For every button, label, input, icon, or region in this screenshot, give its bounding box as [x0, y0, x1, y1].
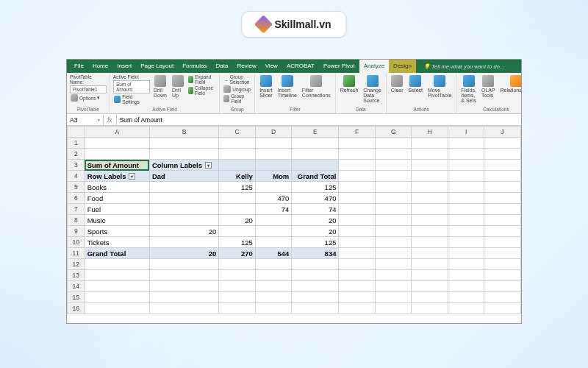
column-labels-dropdown-icon[interactable]: ▾ [205, 162, 212, 169]
row-header-13[interactable]: 13 [68, 270, 85, 281]
row-header-8[interactable]: 8 [68, 215, 85, 226]
tell-me-search[interactable]: 💡 Tell me what you want to do... [416, 63, 504, 70]
tab-power-pivot[interactable]: Power Pivot [319, 60, 359, 73]
col-header-J[interactable]: J [484, 127, 521, 138]
tab-acrobat[interactable]: ACROBAT [282, 60, 319, 73]
row-header-15[interactable]: 15 [68, 292, 85, 303]
relationships-button[interactable]: Relationships [499, 74, 522, 93]
row-header-7[interactable]: 7 [68, 204, 85, 215]
row-header-14[interactable]: 14 [68, 281, 85, 292]
col-header-H[interactable]: H [412, 127, 448, 138]
filter-connections-icon [310, 75, 322, 87]
col-header-I[interactable]: I [448, 127, 484, 138]
name-box[interactable]: A3 [67, 114, 104, 125]
expand-field-button[interactable]: Expand Field [187, 74, 216, 85]
tab-home[interactable]: Home [88, 60, 112, 73]
excel-window: File Home Insert Page Layout Formulas Da… [66, 59, 522, 324]
pivot-row-labels[interactable]: Row Labels ▾ [85, 171, 149, 182]
formula-input[interactable]: Sum of Amount [117, 116, 521, 124]
col-header-F[interactable]: F [339, 127, 376, 138]
select-button[interactable]: Select [407, 74, 424, 93]
row-header-11[interactable]: 11 [68, 248, 85, 259]
olap-icon [482, 75, 494, 87]
tab-data[interactable]: Data [212, 60, 233, 73]
row-header-4[interactable]: 4 [68, 171, 85, 182]
col-header-A[interactable]: A [85, 127, 149, 138]
row-header-3[interactable]: 3 [68, 160, 85, 171]
ungroup-button[interactable]: Ungroup [223, 85, 251, 93]
group-label-group: Group [223, 107, 251, 112]
group-label-actions: Actions [390, 107, 453, 112]
grid: A B C D E F G H I J 1 2 3 Sum of Amount … [67, 126, 521, 314]
pivot-values-label[interactable]: Sum of Amount [85, 160, 149, 171]
ribbon-group-data: Refresh Change Data Source Data [336, 73, 387, 113]
tab-view[interactable]: View [261, 60, 282, 73]
tab-design[interactable]: Design [389, 60, 416, 73]
options-button[interactable]: Options ▾ [70, 94, 107, 102]
row-header-1[interactable]: 1 [68, 138, 85, 149]
pivot-row-label[interactable]: Books [85, 182, 149, 193]
move-icon [434, 75, 445, 87]
tab-page-layout[interactable]: Page Layout [136, 60, 178, 73]
olap-tools-button[interactable]: OLAP Tools [480, 74, 497, 99]
worksheet[interactable]: A B C D E F G H I J 1 2 3 Sum of Amount … [67, 126, 521, 323]
tab-analyze[interactable]: Analyze [359, 60, 389, 73]
insert-slicer-button[interactable]: Insert Slicer [258, 74, 274, 99]
formula-bar-row: A3 fx Sum of Amount [67, 114, 521, 126]
select-all-corner[interactable] [68, 127, 85, 138]
pivottable-name-field[interactable]: PivotTable1 [70, 85, 107, 93]
pivot-column-labels[interactable]: Column Labels ▾ [149, 160, 218, 171]
drill-down-icon [154, 75, 166, 87]
pivot-col-dad[interactable]: Dad [149, 171, 218, 182]
pivot-col-grand-total[interactable]: Grand Total [292, 171, 339, 182]
refresh-button[interactable]: Refresh [339, 74, 360, 93]
drill-down-button[interactable]: Drill Down [152, 74, 168, 99]
tab-review[interactable]: Review [232, 60, 260, 73]
tab-formulas[interactable]: Formulas [178, 60, 211, 73]
col-header-B[interactable]: B [149, 127, 218, 138]
ribbon-group-pivottable: PivotTable Name: PivotTable1 Options ▾ P… [67, 73, 110, 113]
row-header-16[interactable]: 16 [68, 303, 85, 314]
pivot-col-mom[interactable]: Mom [255, 171, 292, 182]
pivot-col-kelly[interactable]: Kelly [219, 171, 256, 182]
collapse-field-button[interactable]: Collapse Field [187, 85, 216, 96]
group-field-button[interactable]: Group Field [223, 93, 251, 104]
move-pivottable-button[interactable]: Move PivotTable [426, 74, 453, 99]
row-header-9[interactable]: 9 [68, 226, 85, 237]
col-header-C[interactable]: C [219, 127, 256, 138]
col-header-E[interactable]: E [292, 127, 339, 138]
filter-connections-button[interactable]: Filter Connections [301, 74, 332, 99]
field-settings-button[interactable]: Field Settings [113, 94, 150, 105]
refresh-icon [343, 75, 355, 87]
ribbon-tabs: File Home Insert Page Layout Formulas Da… [67, 60, 521, 73]
pivottable-name-label: PivotTable Name: [70, 74, 107, 85]
clear-button[interactable]: Clear [390, 74, 405, 93]
tab-file[interactable]: File [70, 60, 88, 73]
fields-items-sets-button[interactable]: Fields, Items, & Sets [459, 74, 478, 104]
ribbon-group-actions: Clear Select Move PivotTable Actions [387, 73, 457, 113]
relationships-icon [510, 75, 522, 87]
ungroup-icon [223, 85, 231, 93]
cell[interactable] [85, 138, 149, 149]
row-header-5[interactable]: 5 [68, 182, 85, 193]
slicer-icon [260, 75, 272, 87]
group-field-icon [223, 95, 229, 102]
group-label-pivottable: PivotTable [70, 107, 107, 112]
row-header-12[interactable]: 12 [68, 259, 85, 270]
row-header-2[interactable]: 2 [68, 149, 85, 160]
drill-up-button[interactable]: Drill Up [171, 74, 185, 99]
pivot-grand-total-label[interactable]: Grand Total [85, 248, 149, 259]
row-header-10[interactable]: 10 [68, 237, 85, 248]
col-header-D[interactable]: D [255, 127, 292, 138]
active-field-box[interactable]: Sum of Amount [113, 80, 150, 93]
group-selection-button[interactable]: → Group Selection [223, 74, 251, 85]
row-labels-dropdown-icon[interactable]: ▾ [129, 173, 135, 180]
insert-timeline-button[interactable]: Insert Timeline [276, 74, 298, 99]
ribbon-group-calculations: Fields, Items, & Sets OLAP Tools Relatio… [456, 73, 522, 113]
row-header-6[interactable]: 6 [68, 193, 85, 204]
ribbon-body: PivotTable Name: PivotTable1 Options ▾ P… [67, 73, 521, 114]
change-data-source-button[interactable]: Change Data Source [362, 74, 383, 104]
field-settings-icon [114, 96, 121, 103]
col-header-G[interactable]: G [375, 127, 412, 138]
tab-insert[interactable]: Insert [112, 60, 136, 73]
